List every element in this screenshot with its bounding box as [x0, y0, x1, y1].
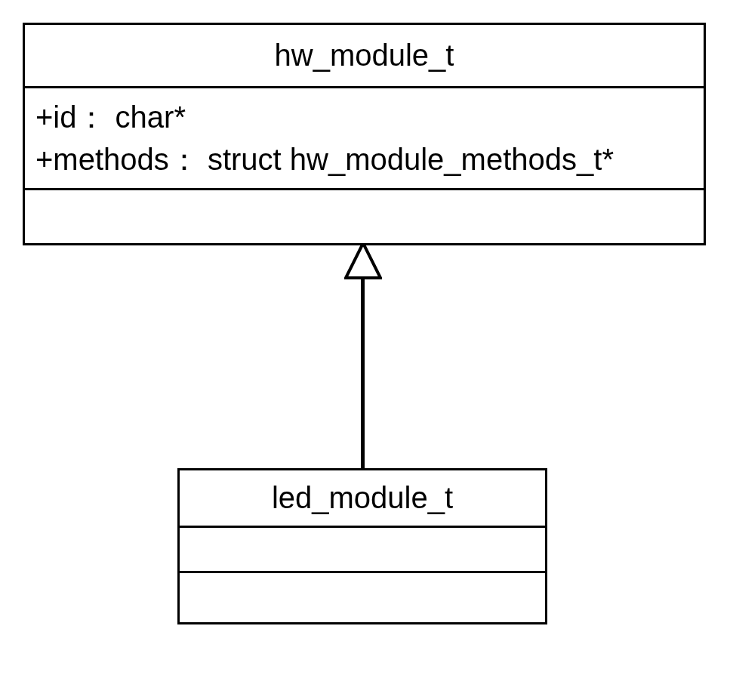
- parent-attribute-1: +methods： struct hw_module_methods_t*: [35, 138, 693, 180]
- child-class-name: led_module_t: [180, 470, 545, 528]
- parent-class-attributes: +id： char* +methods： struct hw_module_me…: [25, 88, 704, 190]
- parent-class-name: hw_module_t: [25, 25, 704, 88]
- parent-class-box: hw_module_t +id： char* +methods： struct …: [23, 23, 706, 245]
- child-class-attributes: [180, 528, 545, 573]
- child-class-methods: [180, 573, 545, 622]
- parent-attribute-0: +id： char*: [35, 96, 693, 138]
- arrow-line: [361, 276, 365, 468]
- parent-class-methods: [25, 190, 704, 243]
- child-class-box: led_module_t: [177, 468, 547, 624]
- inheritance-arrow: [361, 243, 363, 468]
- svg-marker-0: [346, 243, 380, 278]
